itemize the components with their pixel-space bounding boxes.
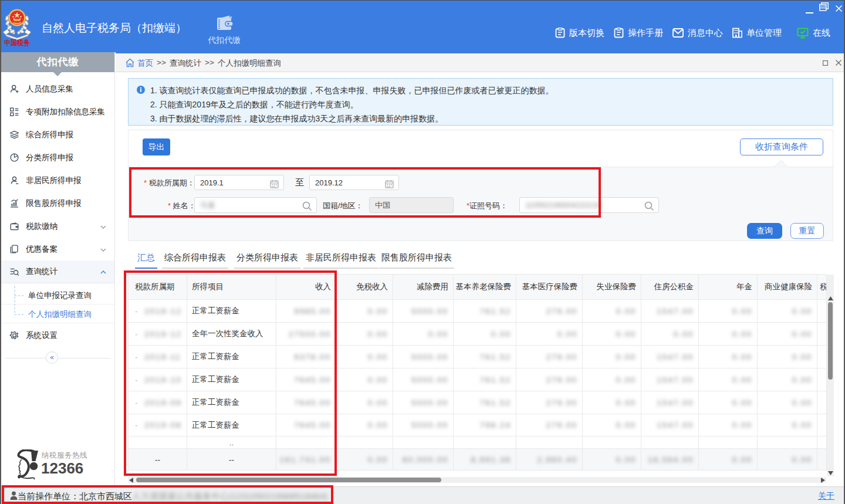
svg-text:中国税务: 中国税务 [4, 39, 30, 47]
